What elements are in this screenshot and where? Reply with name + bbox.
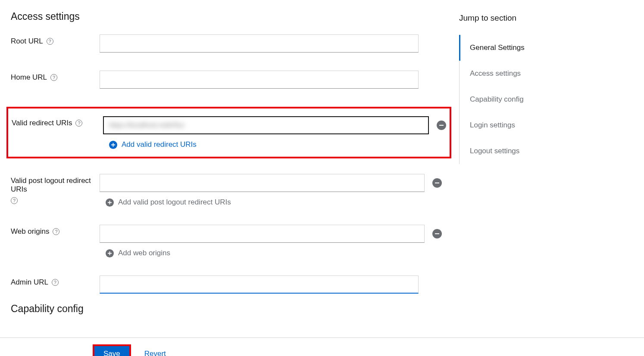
root-url-row: Root URL ? bbox=[11, 34, 442, 53]
remove-redirect-button[interactable] bbox=[437, 121, 446, 130]
remove-web-origin-button[interactable] bbox=[432, 229, 442, 238]
help-icon[interactable]: ? bbox=[50, 74, 57, 81]
post-logout-label-text: Valid post logout redirect URIs bbox=[11, 176, 100, 194]
web-origins-input[interactable] bbox=[100, 225, 425, 243]
revert-button[interactable]: Revert bbox=[142, 346, 169, 356]
help-icon[interactable]: ? bbox=[75, 120, 82, 127]
home-url-label: Home URL ? bbox=[11, 71, 100, 82]
admin-url-row: Admin URL ? bbox=[11, 276, 442, 294]
add-web-origins-label: Add web origins bbox=[118, 249, 170, 257]
footer-bar: Save Revert bbox=[0, 337, 644, 356]
post-logout-label: Valid post logout redirect URIs ? bbox=[11, 174, 100, 204]
save-button[interactable]: Save bbox=[94, 346, 130, 356]
jump-to-section-nav: General Settings Access settings Capabil… bbox=[459, 35, 623, 164]
jump-to-section-title: Jump to section bbox=[459, 13, 623, 23]
aside-item-logout-settings[interactable]: Logout settings bbox=[459, 138, 623, 164]
capability-config-heading: Capability config bbox=[11, 303, 442, 315]
add-web-origins-button[interactable]: Add web origins bbox=[106, 249, 442, 257]
admin-url-label-text: Admin URL bbox=[11, 278, 48, 287]
svg-rect-0 bbox=[439, 125, 444, 126]
help-icon[interactable]: ? bbox=[11, 197, 18, 204]
valid-redirect-value: https://localhost.redir/foo bbox=[109, 121, 184, 129]
post-logout-input[interactable] bbox=[100, 174, 425, 192]
web-origins-row: Web origins ? Add web origins bbox=[11, 225, 442, 257]
home-url-label-text: Home URL bbox=[11, 73, 47, 82]
aside-item-capability-config[interactable]: Capability config bbox=[459, 87, 623, 112]
plus-icon bbox=[106, 249, 114, 257]
home-url-row: Home URL ? bbox=[11, 71, 442, 89]
aside-item-login-settings[interactable]: Login settings bbox=[459, 112, 623, 138]
valid-redirect-label-text: Valid redirect URIs bbox=[12, 119, 72, 127]
root-url-label: Root URL ? bbox=[11, 34, 100, 46]
web-origins-label: Web origins ? bbox=[11, 225, 100, 236]
aside-item-access-settings[interactable]: Access settings bbox=[459, 61, 623, 87]
web-origins-label-text: Web origins bbox=[11, 227, 49, 236]
add-post-logout-button[interactable]: Add valid post logout redirect URIs bbox=[106, 198, 442, 207]
home-url-input[interactable] bbox=[100, 71, 419, 89]
root-url-input[interactable] bbox=[100, 34, 419, 53]
plus-icon bbox=[109, 141, 117, 149]
svg-rect-2 bbox=[435, 233, 439, 234]
help-icon[interactable]: ? bbox=[47, 38, 53, 45]
remove-post-logout-button[interactable] bbox=[432, 178, 442, 188]
admin-url-label: Admin URL ? bbox=[11, 276, 100, 287]
post-logout-row: Valid post logout redirect URIs ? Add va… bbox=[11, 174, 442, 207]
valid-redirect-input[interactable]: https://localhost.redir/foo bbox=[103, 116, 429, 134]
help-icon[interactable]: ? bbox=[53, 228, 59, 235]
valid-redirect-highlight: Valid redirect URIs ? https://localhost.… bbox=[6, 107, 451, 158]
root-url-label-text: Root URL bbox=[11, 37, 43, 46]
aside-item-general-settings[interactable]: General Settings bbox=[459, 35, 623, 61]
help-icon[interactable]: ? bbox=[52, 279, 59, 286]
admin-url-input[interactable] bbox=[100, 276, 419, 294]
svg-rect-1 bbox=[435, 183, 439, 183]
add-post-logout-label: Add valid post logout redirect URIs bbox=[118, 198, 231, 207]
access-settings-heading: Access settings bbox=[11, 11, 442, 22]
plus-icon bbox=[106, 198, 114, 207]
add-redirect-label: Add valid redirect URIs bbox=[122, 140, 197, 149]
add-redirect-button[interactable]: Add valid redirect URIs bbox=[109, 140, 446, 149]
valid-redirect-label: Valid redirect URIs ? bbox=[12, 116, 103, 127]
